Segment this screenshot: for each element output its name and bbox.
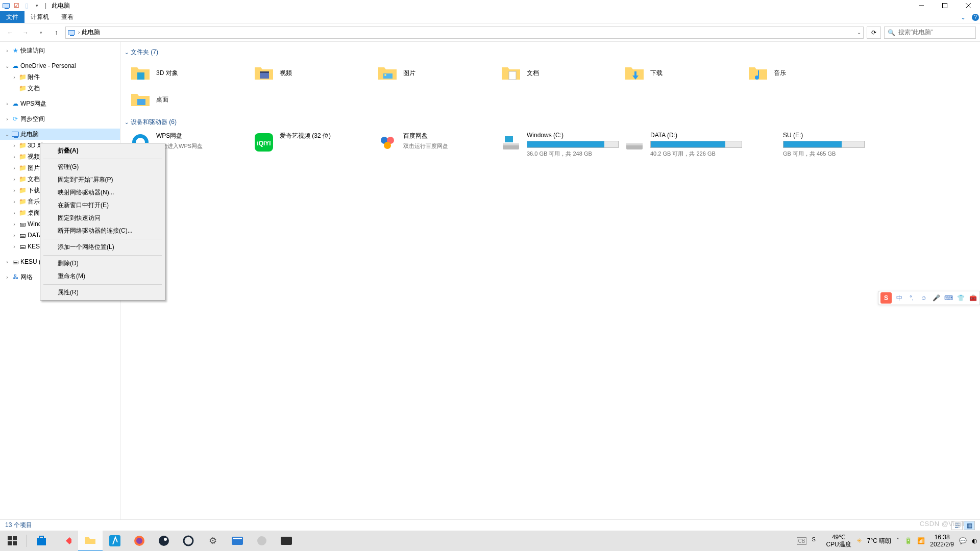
maximize-button[interactable] xyxy=(933,0,957,11)
task-terminal[interactable] xyxy=(274,531,299,551)
menu-item[interactable]: 在新窗口中打开(E) xyxy=(41,199,164,212)
ime-emoji-icon[interactable]: ☺ xyxy=(919,293,928,303)
task-settings[interactable]: ⚙ xyxy=(201,531,225,551)
tree-this-pc[interactable]: ⌄此电脑 xyxy=(0,129,120,140)
tray-notifications-icon[interactable]: 💬 xyxy=(959,537,967,544)
drive-e[interactable]: SU (E:) GB 可用，共 465 GB xyxy=(745,130,869,160)
item-count: 13 个项目 xyxy=(5,521,32,530)
ribbon-expand-icon[interactable]: ⌄ xyxy=(955,11,971,23)
task-store[interactable] xyxy=(29,531,54,551)
tree-onedrive-docs[interactable]: 📁文档 xyxy=(0,83,120,94)
folder-videos[interactable]: 视频 xyxy=(251,60,375,86)
app-baidu[interactable]: 百度网盘双击运行百度网盘 xyxy=(375,130,498,160)
tree-sync[interactable]: ›⟳同步空间 xyxy=(0,113,120,124)
tray-chevron-up-icon[interactable]: ˄ xyxy=(896,537,899,544)
menu-item[interactable]: 折叠(A) xyxy=(41,144,164,157)
folder-desktop[interactable]: 桌面 xyxy=(128,86,251,113)
view-icons-button[interactable]: ▦ xyxy=(964,521,975,530)
tree-quick-access[interactable]: ›★快速访问 xyxy=(0,45,120,56)
qat-doc-icon[interactable]: ▯ xyxy=(22,2,31,10)
tab-file[interactable]: 文件 xyxy=(0,11,24,23)
start-button[interactable] xyxy=(0,531,24,551)
folder-pictures[interactable]: 图片 xyxy=(375,60,498,86)
drive-d[interactable]: DATA (D:)40.2 GB 可用，共 226 GB xyxy=(622,130,745,160)
folders-grid: 3D 对象 视频 图片 文档 下载 音乐 桌面 xyxy=(128,60,973,113)
folder-icon xyxy=(624,62,645,84)
taskbar: ⚙ CB S 49℃CPU温度 ☀ 7°C 晴朗 ˄ 🔋 📶 16:382022… xyxy=(0,531,980,551)
menu-item[interactable]: 删除(D) xyxy=(41,257,164,270)
folder-music[interactable]: 音乐 xyxy=(745,60,869,86)
tray-assist-icon[interactable]: ◐ xyxy=(972,537,977,544)
folder-icon xyxy=(377,62,398,84)
tree-wps[interactable]: ›☁WPS网盘 xyxy=(0,98,120,109)
svg-text:iQIYI: iQIYI xyxy=(257,140,271,147)
drive-icon: 🖴 xyxy=(18,220,27,228)
ime-lang-label[interactable]: 中 xyxy=(895,293,904,303)
menu-item[interactable]: 重命名(M) xyxy=(41,270,164,283)
folder-icon: 📁 xyxy=(18,164,27,172)
star-icon: ★ xyxy=(11,46,19,55)
ime-skin-icon[interactable]: 👕 xyxy=(956,293,965,303)
app-icon xyxy=(2,2,10,10)
app-iqiyi[interactable]: iQIYI 爱奇艺视频 (32 位) xyxy=(251,130,375,160)
qat-dropdown-icon[interactable]: ▾ xyxy=(33,2,41,10)
menu-item[interactable]: 映射网络驱动器(N)... xyxy=(41,186,164,199)
tab-computer[interactable]: 计算机 xyxy=(24,11,55,23)
address-dropdown-icon[interactable]: ⌄ xyxy=(857,30,861,35)
tray-cpu-temp[interactable]: 49℃CPU温度 xyxy=(826,534,851,548)
tray-weather[interactable]: 7°C 晴朗 xyxy=(867,537,891,545)
task-firefox[interactable] xyxy=(127,531,152,551)
search-input[interactable]: 🔍 搜索"此电脑" xyxy=(884,27,976,39)
qat-checkbox-icon[interactable]: ☑ xyxy=(12,2,20,10)
forward-button[interactable]: → xyxy=(19,27,32,39)
task-app-grey[interactable] xyxy=(250,531,274,551)
ime-toolbox-icon[interactable]: 🧰 xyxy=(968,293,977,303)
menu-separator xyxy=(43,239,162,239)
tray-sogou-icon[interactable]: S xyxy=(812,536,821,545)
back-button[interactable]: ← xyxy=(4,27,16,39)
breadcrumb[interactable]: › 此电脑 xyxy=(77,28,100,37)
menu-item[interactable]: 固定到"开始"屏幕(P) xyxy=(41,173,164,186)
ime-punct-icon[interactable]: °, xyxy=(907,293,916,303)
tab-view[interactable]: 查看 xyxy=(55,11,80,23)
folder-downloads[interactable]: 下载 xyxy=(622,60,745,86)
task-app-blue[interactable] xyxy=(103,531,127,551)
recent-dropdown-icon[interactable]: ▾ xyxy=(35,27,47,39)
tray-ime-indicator[interactable]: CB xyxy=(797,537,807,545)
group-devices-header[interactable]: ⌄设备和驱动器 (6) xyxy=(125,118,973,127)
help-icon[interactable]: ? xyxy=(971,11,980,23)
drive-c[interactable]: Windows (C:)36.0 GB 可用，共 248 GB xyxy=(498,130,622,160)
close-button[interactable] xyxy=(957,0,980,11)
group-folders-header[interactable]: ⌄文件夹 (7) xyxy=(125,48,973,57)
task-steam[interactable] xyxy=(152,531,176,551)
task-app-ring[interactable] xyxy=(176,531,201,551)
folder-icon xyxy=(130,89,151,110)
up-button[interactable]: ↑ xyxy=(50,27,62,39)
minimize-button[interactable] xyxy=(910,0,933,11)
tray-wifi-icon[interactable]: 📶 xyxy=(917,537,925,544)
sogou-icon[interactable]: S xyxy=(880,292,892,304)
ime-toolbar[interactable]: S 中 °, ☺ 🎤 ⌨ 👕 🧰 xyxy=(878,291,980,305)
ime-keyboard-icon[interactable]: ⌨ xyxy=(944,293,953,303)
context-menu: 折叠(A)管理(G)固定到"开始"屏幕(P)映射网络驱动器(N)...在新窗口中… xyxy=(40,143,165,300)
task-app-window[interactable] xyxy=(225,531,250,551)
ime-mic-icon[interactable]: 🎤 xyxy=(932,293,941,303)
task-explorer[interactable] xyxy=(78,531,103,551)
address-box[interactable]: › 此电脑 ⌄ xyxy=(65,27,864,39)
tree-onedrive[interactable]: ⌄☁OneDrive - Personal xyxy=(0,60,120,71)
menu-item[interactable]: 属性(R) xyxy=(41,286,164,299)
menu-item[interactable]: 断开网络驱动器的连接(C)... xyxy=(41,224,164,237)
tree-onedrive-attachments[interactable]: ›📁附件 xyxy=(0,71,120,83)
folder-icon: 📁 xyxy=(18,197,27,206)
menu-item[interactable]: 固定到快速访问 xyxy=(41,212,164,224)
folder-documents[interactable]: 文档 xyxy=(498,60,622,86)
task-app-red[interactable] xyxy=(54,531,78,551)
folder-3d-objects[interactable]: 3D 对象 xyxy=(128,60,251,86)
tray-battery-icon[interactable]: 🔋 xyxy=(904,537,912,544)
tray-clock[interactable]: 16:382022/2/9 xyxy=(930,534,954,548)
refresh-button[interactable]: ⟳ xyxy=(867,27,881,39)
breadcrumb-thispc[interactable]: 此电脑 xyxy=(82,28,100,37)
menu-item[interactable]: 添加一个网络位置(L) xyxy=(41,241,164,254)
menu-item[interactable]: 管理(G) xyxy=(41,161,164,173)
drive-icon xyxy=(624,132,645,153)
